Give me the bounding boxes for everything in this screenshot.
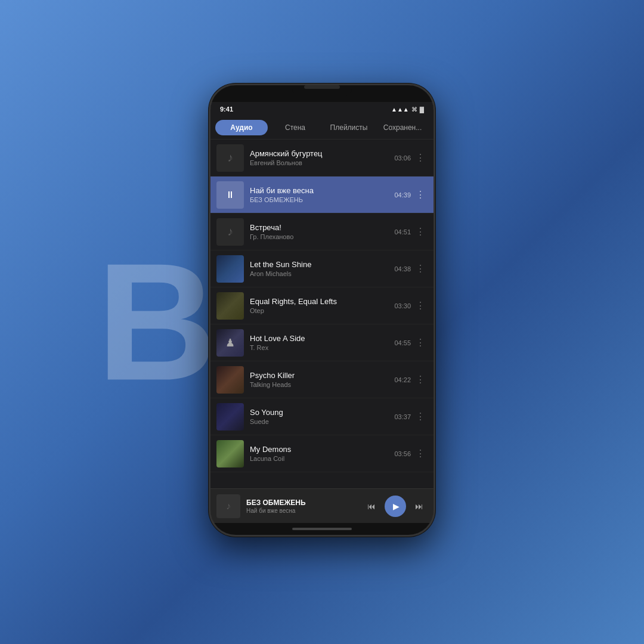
mini-player-title: БЕЗ ОБМЕЖЕНЬ: [246, 499, 363, 507]
track-more-button[interactable]: ⋮: [413, 373, 428, 387]
wifi-icon: ⌘: [411, 106, 417, 113]
track-artist: T. Rex: [250, 344, 389, 351]
tracks-list: ♪ Армянский бугуртец Евгений Вольнов 03:…: [210, 140, 434, 488]
phone-device: 9:41 ▲▲▲ ⌘ ▓ Аудио Стена Плейлисты Сохра…: [209, 83, 435, 537]
play-icon: ▶: [393, 501, 400, 511]
track-thumbnail: ♪: [216, 144, 244, 172]
track-artist: Aron Michaels: [250, 270, 389, 277]
skip-next-icon: ⏭: [415, 501, 423, 511]
track-item[interactable]: Let the Sun Shine Aron Michaels 04:38 ⋮: [210, 250, 434, 287]
track-item-active[interactable]: ⏸ Най би вже весна БЕЗ ОБМЕЖЕНЬ 04:39 ⋮: [210, 177, 434, 213]
play-pause-button[interactable]: ▶: [385, 496, 406, 517]
track-duration: 03:56: [394, 450, 411, 457]
track-duration: 04:55: [394, 339, 411, 346]
tab-playlists[interactable]: Плейлисты: [323, 120, 375, 135]
track-duration: 04:39: [394, 191, 411, 199]
status-bar: 9:41 ▲▲▲ ⌘ ▓: [210, 102, 434, 116]
prev-button[interactable]: ⏮: [363, 498, 380, 515]
track-duration: 03:37: [394, 413, 411, 420]
track-item[interactable]: So Young Suede 03:37 ⋮: [210, 398, 434, 435]
more-icon: ⋮: [416, 374, 426, 385]
track-more-button[interactable]: ⋮: [413, 336, 428, 350]
mini-player-info: БЕЗ ОБМЕЖЕНЬ Най би вже весна: [246, 499, 363, 514]
track-item[interactable]: ♪ Встреча! Гр. Плеханово 04:51 ⋮: [210, 213, 434, 250]
track-thumbnail: ♟: [216, 329, 244, 357]
track-title: My Demons: [250, 445, 389, 454]
track-artist: Otep: [250, 307, 389, 314]
track-more-button[interactable]: ⋮: [413, 151, 428, 165]
track-artist: Talking Heads: [250, 381, 389, 388]
track-info: Hot Love A Side T. Rex: [250, 334, 389, 351]
status-icons: ▲▲▲ ⌘ ▓: [391, 106, 424, 113]
track-info: Let the Sun Shine Aron Michaels: [250, 260, 389, 277]
status-time: 9:41: [220, 106, 233, 113]
track-info: My Demons Lacuna Coil: [250, 445, 389, 462]
mini-player[interactable]: ♪ БЕЗ ОБМЕЖЕНЬ Най би вже весна ⏮ ▶ ⏭: [210, 488, 434, 523]
more-icon: ⋮: [416, 300, 426, 311]
track-duration: 03:06: [394, 154, 411, 162]
mini-music-icon: ♪: [226, 501, 231, 512]
track-title: So Young: [250, 408, 389, 417]
track-thumbnail: [216, 292, 244, 320]
track-duration: 03:30: [394, 302, 411, 309]
track-title: Hot Love A Side: [250, 334, 389, 343]
home-indicator[interactable]: [292, 528, 352, 530]
tab-saved[interactable]: Сохранен...: [376, 120, 429, 135]
speaker-grille: [304, 85, 340, 89]
track-more-button[interactable]: ⋮: [413, 225, 428, 239]
track-thumbnail: [216, 440, 244, 467]
track-item[interactable]: ♪ Армянский бугуртец Евгений Вольнов 03:…: [210, 140, 434, 177]
track-artist: БЕЗ ОБМЕЖЕНЬ: [250, 196, 389, 203]
more-icon: ⋮: [416, 263, 426, 274]
track-title: Встреча!: [250, 223, 389, 232]
track-artist: Евгений Вольнов: [250, 159, 389, 166]
track-duration: 04:38: [394, 265, 411, 273]
track-thumbnail-active: ⏸: [216, 181, 244, 209]
mini-player-artist: Най би вже весна: [246, 507, 363, 514]
track-item[interactable]: Psycho Killer Talking Heads 04:22 ⋮: [210, 361, 434, 398]
mini-player-controls: ⏮ ▶ ⏭: [363, 496, 428, 517]
home-bar: [210, 523, 434, 535]
track-info: Equal Rights, Equal Lefts Otep: [250, 297, 389, 314]
track-info: Psycho Killer Talking Heads: [250, 371, 389, 388]
battery-icon: ▓: [420, 106, 424, 113]
track-info: Най би вже весна БЕЗ ОБМЕЖЕНЬ: [250, 186, 389, 203]
track-title: Equal Rights, Equal Lefts: [250, 297, 389, 306]
track-info: So Young Suede: [250, 408, 389, 425]
track-more-button[interactable]: ⋮: [413, 410, 428, 424]
track-artist: Гр. Плеханово: [250, 233, 389, 240]
track-item[interactable]: ♟ Hot Love A Side T. Rex 04:55 ⋮: [210, 324, 434, 361]
track-more-button[interactable]: ⋮: [413, 447, 428, 461]
phone-notch: [210, 85, 434, 102]
more-icon: ⋮: [416, 411, 426, 422]
tab-wall[interactable]: Стена: [269, 120, 321, 135]
tabs-bar: Аудио Стена Плейлисты Сохранен...: [210, 116, 434, 140]
track-thumbnail: [216, 403, 244, 431]
mini-player-thumbnail: ♪: [216, 494, 240, 518]
music-note-icon: ♪: [227, 151, 233, 165]
next-button[interactable]: ⏭: [411, 498, 428, 515]
track-thumbnail: [216, 366, 244, 394]
track-info: Встреча! Гр. Плеханово: [250, 223, 389, 240]
track-more-button[interactable]: ⋮: [413, 262, 428, 276]
signal-icon: ▲▲▲: [391, 106, 409, 113]
track-artist: Lacuna Coil: [250, 455, 389, 462]
tab-audio[interactable]: Аудио: [215, 120, 268, 135]
track-more-button[interactable]: ⋮: [413, 299, 428, 313]
track-artist: Suede: [250, 418, 389, 425]
track-duration: 04:51: [394, 228, 411, 236]
skip-prev-icon: ⏮: [367, 501, 376, 511]
music-note-icon: ♪: [227, 225, 233, 239]
track-title: Let the Sun Shine: [250, 260, 389, 269]
more-icon: ⋮: [416, 152, 426, 163]
track-item[interactable]: Equal Rights, Equal Lefts Otep 03:30 ⋮: [210, 287, 434, 324]
pause-icon: ⏸: [225, 190, 235, 200]
vk-logo-bg: В: [97, 227, 217, 418]
more-icon: ⋮: [416, 189, 426, 200]
track-title: Най би вже весна: [250, 186, 389, 195]
track-title: Psycho Killer: [250, 371, 389, 380]
track-more-button[interactable]: ⋮: [413, 188, 428, 202]
track-item[interactable]: My Demons Lacuna Coil 03:56 ⋮: [210, 435, 434, 472]
phone-frame: 9:41 ▲▲▲ ⌘ ▓ Аудио Стена Плейлисты Сохра…: [209, 83, 435, 537]
track-thumbnail: [216, 255, 244, 283]
